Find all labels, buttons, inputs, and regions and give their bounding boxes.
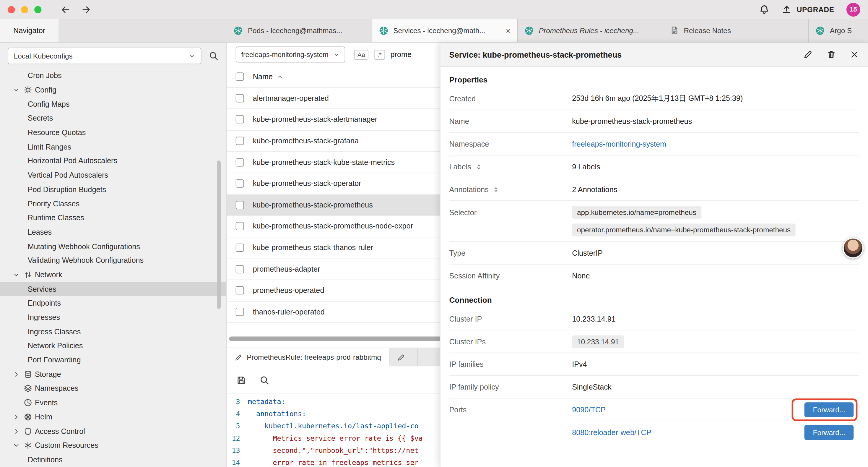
- maximize-window-button[interactable]: [34, 6, 41, 13]
- row-checkbox[interactable]: [236, 286, 244, 295]
- row-checkbox[interactable]: [236, 137, 244, 145]
- tree-icon-slot: [24, 441, 35, 449]
- network-icon: [24, 271, 32, 279]
- upgrade-button[interactable]: UPGRADE: [782, 4, 834, 14]
- sidebar-item-cron-jobs[interactable]: Cron Jobs: [0, 68, 226, 83]
- row-checkbox[interactable]: [236, 115, 244, 123]
- row-checkbox[interactable]: [236, 222, 244, 231]
- chevron-right-icon: [13, 413, 20, 420]
- field-label: Ports: [449, 399, 572, 444]
- sidebar-item-ingresses[interactable]: Ingresses: [0, 310, 226, 324]
- row-checkbox[interactable]: [236, 265, 244, 273]
- field-annotations: Annotations 2 Annotations: [449, 178, 859, 201]
- select-all-checkbox[interactable]: [236, 73, 244, 81]
- tab-release-notes[interactable]: Release Notes: [663, 19, 809, 42]
- sidebar-item-priority-classes[interactable]: Priority Classes: [0, 197, 226, 211]
- expand-toggle-icon[interactable]: [475, 163, 482, 170]
- port-link[interactable]: 9090/TCP: [572, 406, 606, 414]
- field-ip-family-policy: IP family policy SingleStack: [449, 376, 859, 399]
- regex-toggle[interactable]: .*: [374, 50, 385, 60]
- sidebar-item-custom-resources[interactable]: Custom Resources: [0, 438, 226, 453]
- sidebar-item-access-control[interactable]: Access Control: [0, 424, 226, 438]
- titlebar: UPGRADE 15: [0, 0, 868, 19]
- user-avatar[interactable]: [843, 237, 864, 258]
- field-label: IP families: [449, 360, 572, 368]
- row-checkbox[interactable]: [236, 179, 244, 188]
- notification-count-badge[interactable]: 15: [846, 2, 860, 16]
- sidebar-item-config-maps[interactable]: Config Maps: [0, 97, 226, 111]
- sidebar-item-endpoints[interactable]: Endpoints: [0, 296, 226, 310]
- back-icon[interactable]: [60, 4, 71, 15]
- tab-label: Release Notes: [684, 26, 802, 35]
- sidebar-item-definitions[interactable]: Definitions: [0, 453, 226, 467]
- sidebar-item-helm[interactable]: Helm: [0, 410, 226, 424]
- expand-toggle-icon[interactable]: [493, 185, 500, 193]
- forward-button[interactable]: Forward...: [805, 402, 854, 417]
- sidebar-item-validating-webhook-configurations[interactable]: Validating Webhook Configurations: [0, 253, 226, 267]
- sidebar-item-secrets[interactable]: Secrets: [0, 111, 226, 125]
- sidebar-item-mutating-webhook-configurations[interactable]: Mutating Webhook Configurations: [0, 239, 226, 253]
- sidebar-item-ingress-classes[interactable]: Ingress Classes: [0, 324, 226, 339]
- field-label: Created: [449, 94, 572, 103]
- row-checkbox[interactable]: [236, 158, 244, 167]
- row-checkbox[interactable]: [236, 243, 244, 252]
- tab-label: Prometheus Rules - icecheng...: [539, 26, 656, 35]
- row-checkbox[interactable]: [236, 308, 244, 316]
- sidebar-scrollbar[interactable]: [217, 160, 221, 309]
- sidebar-item-horizontal-pod-autoscalers[interactable]: Horizontal Pod Autoscalers: [0, 154, 226, 168]
- sidebar-item-vertical-pod-autoscalers[interactable]: Vertical Pod Autoscalers: [0, 168, 226, 182]
- dock-tab[interactable]: [390, 348, 417, 367]
- navigator-panel-tab[interactable]: Navigator: [0, 19, 59, 42]
- minimize-window-button[interactable]: [21, 6, 28, 13]
- column-header-name[interactable]: Name: [253, 73, 283, 81]
- tab-prometheus-rules-icecheng[interactable]: Prometheus Rules - icecheng...: [518, 19, 663, 42]
- field-value: 10.233.14.91: [572, 315, 859, 323]
- tree-chevron-slot: [13, 86, 24, 93]
- sidebar-item-network[interactable]: Network: [0, 268, 226, 282]
- forward-icon[interactable]: [81, 4, 91, 15]
- sidebar-item-leases[interactable]: Leases: [0, 225, 226, 239]
- sidebar-item-pod-disruption-budgets[interactable]: Pod Disruption Budgets: [0, 182, 226, 197]
- tab-close-icon[interactable]: ×: [506, 26, 510, 35]
- search-icon[interactable]: [259, 375, 270, 385]
- row-checkbox[interactable]: [236, 201, 244, 209]
- port-link[interactable]: 8080:reloader-web/TCP: [572, 428, 651, 437]
- sidebar-item-runtime-classes[interactable]: Runtime Classes: [0, 211, 226, 225]
- chevron-down-icon: [13, 442, 20, 449]
- dock-tab[interactable]: PrometheusRule: freeleaps-prod-rabbitmq: [227, 348, 390, 367]
- tab-services-icecheng-math[interactable]: Services - icecheng@math...×: [372, 19, 518, 42]
- close-icon[interactable]: [850, 50, 859, 59]
- tab-pods-icecheng-mathmas[interactable]: Pods - icecheng@mathmas...: [227, 19, 372, 42]
- app-window: UPGRADE 15 Navigator Pods - icecheng@mat…: [0, 0, 868, 467]
- match-case-toggle[interactable]: Aa: [354, 50, 368, 60]
- row-checkbox[interactable]: [236, 94, 244, 102]
- sidebar-item-label: Services: [28, 285, 56, 293]
- search-icon[interactable]: [209, 51, 219, 61]
- sidebar-item-label: Config Maps: [28, 100, 70, 108]
- namespace-filter[interactable]: freeleaps-monitoring-system: [236, 47, 345, 62]
- sidebar-item-limit-ranges[interactable]: Limit Ranges: [0, 140, 226, 154]
- kubeconfig-selector[interactable]: Local Kubeconfigs: [8, 48, 201, 64]
- sidebar-item-network-policies[interactable]: Network Policies: [0, 339, 226, 353]
- forward-button[interactable]: Forward...: [805, 425, 854, 440]
- sidebar-item-config[interactable]: Config: [0, 83, 226, 97]
- namespace-link[interactable]: freeleaps-monitoring-system: [572, 140, 666, 148]
- sidebar-item-events[interactable]: Events: [0, 396, 226, 410]
- table-search[interactable]: Aa .* prome: [354, 50, 411, 60]
- field-label: Namespace: [449, 140, 572, 148]
- sidebar-item-namespaces[interactable]: Namespaces: [0, 381, 226, 396]
- sidebar-item-resource-quotas[interactable]: Resource Quotas: [0, 126, 226, 140]
- tree-icon-slot: [24, 271, 35, 279]
- close-window-button[interactable]: [8, 6, 15, 13]
- service-name: prometheus-operated: [253, 286, 324, 295]
- field-label: IP family policy: [449, 383, 572, 391]
- delete-icon[interactable]: [827, 50, 836, 59]
- edit-icon[interactable]: [803, 50, 813, 59]
- notifications-icon[interactable]: [759, 4, 770, 15]
- sidebar-item-storage[interactable]: Storage: [0, 367, 226, 381]
- tab-argo-s[interactable]: Argo S: [809, 19, 868, 42]
- search-query[interactable]: prome: [391, 50, 412, 59]
- sidebar-item-port-forwarding[interactable]: Port Forwarding: [0, 353, 226, 367]
- save-icon[interactable]: [236, 375, 246, 385]
- sidebar-item-services[interactable]: Services: [0, 282, 226, 296]
